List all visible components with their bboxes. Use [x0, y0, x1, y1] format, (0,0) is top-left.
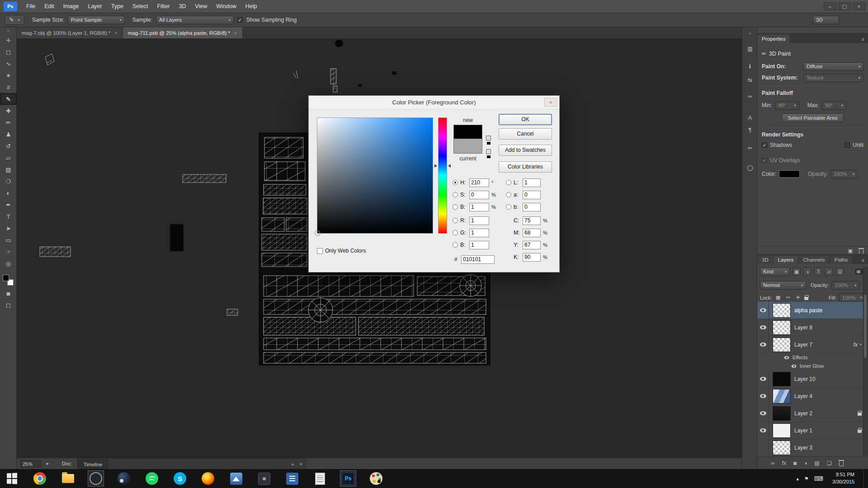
menu-item-type[interactable]: Type: [107, 0, 128, 13]
shape-tool[interactable]: ▭: [0, 234, 17, 246]
character-panel-icon[interactable]: A: [742, 113, 758, 123]
clock[interactable]: 8:51 PM 3/30/2015: [832, 471, 854, 486]
tab-3d[interactable]: 3D: [757, 256, 774, 264]
lock-all-icon[interactable]: [804, 297, 808, 300]
type-filter-icon[interactable]: T: [814, 267, 822, 276]
unlit-checkbox[interactable]: [844, 142, 850, 148]
panel-menu-icon[interactable]: ≡: [858, 258, 868, 264]
menu-item-window[interactable]: Window: [212, 0, 241, 13]
eraser-tool[interactable]: ▱: [0, 152, 17, 164]
clone-source-panel-icon[interactable]: ✂: [742, 143, 758, 154]
timeline-tab[interactable]: Timeline: [78, 460, 108, 469]
status-flyout-icon[interactable]: ▸: [47, 461, 49, 466]
eye-icon[interactable]: [792, 364, 797, 367]
minimize-button[interactable]: –: [824, 2, 836, 10]
show-desktop-button[interactable]: [863, 469, 866, 488]
sample-select[interactable]: All Layers ▾: [156, 16, 234, 24]
layer-thumbnail[interactable]: [773, 406, 791, 421]
layer-effects-badge[interactable]: fx ▾: [854, 342, 862, 348]
layer-name[interactable]: Layer 7: [794, 342, 812, 348]
shadows-checkbox[interactable]: ✓: [762, 142, 767, 148]
saturation-brightness-field[interactable]: [317, 117, 433, 234]
lab-a-radio[interactable]: [506, 192, 511, 197]
visibility-toggle[interactable]: [757, 388, 769, 404]
tab-layers[interactable]: Layers: [774, 256, 799, 264]
uv-overlays-checkbox[interactable]: ✓: [762, 158, 767, 163]
spotify-icon[interactable]: [144, 470, 160, 487]
b2-radio[interactable]: [453, 242, 458, 248]
visibility-toggle[interactable]: [757, 371, 769, 387]
add-layer-style-icon[interactable]: fx: [782, 460, 786, 466]
layer-thumbnail[interactable]: [773, 303, 791, 318]
visibility-toggle[interactable]: [757, 302, 769, 319]
gradient-tool[interactable]: ▨: [0, 164, 17, 175]
menu-item-view[interactable]: View: [190, 0, 212, 13]
menu-item-3d[interactable]: 3D: [174, 0, 190, 13]
layer-row-alpha-paste[interactable]: alpha paste: [757, 302, 868, 319]
hue-marker-left-icon[interactable]: [434, 164, 437, 168]
eye-icon[interactable]: [784, 356, 789, 359]
menu-item-edit[interactable]: Edit: [40, 0, 59, 13]
layer-name[interactable]: Layer 1: [794, 427, 812, 434]
layer-name[interactable]: Layer 3: [794, 445, 812, 451]
show-sampling-ring-checkbox[interactable]: ✓: [237, 17, 243, 23]
app-icon-4[interactable]: [284, 470, 300, 487]
zoom-tool[interactable]: ◎: [0, 258, 17, 269]
pen-tool[interactable]: ✒: [0, 199, 17, 211]
gamut-warning-icon[interactable]: [486, 136, 491, 141]
app-icon-2[interactable]: [228, 470, 244, 487]
layer-thumbnail[interactable]: [773, 372, 791, 386]
lab-b-input[interactable]: [523, 203, 541, 211]
clone-stamp-tool[interactable]: ♟: [0, 128, 17, 140]
new-group-icon[interactable]: ▤: [814, 460, 819, 466]
dodge-tool[interactable]: ◐: [0, 187, 17, 199]
layer-row-layer10[interactable]: Layer 10: [757, 371, 868, 388]
filter-kind-select[interactable]: Kind ▾: [760, 267, 790, 276]
hex-input[interactable]: [461, 255, 495, 264]
color-field-marker[interactable]: [315, 230, 320, 235]
visibility-toggle[interactable]: [757, 439, 769, 456]
lock-transparency-icon[interactable]: ▦: [774, 295, 782, 300]
menu-item-image[interactable]: Image: [59, 0, 84, 13]
screen-mode-button[interactable]: ◻: [0, 299, 17, 311]
healing-brush-tool[interactable]: ✚: [0, 105, 17, 117]
panel-menu-icon[interactable]: ≡: [858, 37, 868, 43]
dialog-close-button[interactable]: ×: [544, 98, 557, 107]
layer-thumbnail[interactable]: [773, 441, 791, 455]
steam-icon[interactable]: [116, 470, 132, 487]
info-panel-icon[interactable]: ℹ: [742, 61, 758, 72]
layer-row-layer2[interactable]: Layer 2: [757, 405, 868, 422]
path-selection-tool[interactable]: ➤: [0, 222, 17, 234]
s-radio[interactable]: [453, 192, 458, 197]
toolbar-collapse-icon[interactable]: »: [0, 27, 16, 34]
r-input[interactable]: [469, 216, 489, 225]
move-tool[interactable]: ✛: [0, 34, 17, 46]
scrollbar-thumb[interactable]: [864, 295, 867, 358]
foreground-color-swatch[interactable]: [3, 275, 9, 281]
b-radio[interactable]: [453, 204, 458, 210]
g-radio[interactable]: [453, 230, 458, 235]
layer-thumbnail[interactable]: [773, 338, 791, 352]
workspace-switcher[interactable]: 3D: [813, 16, 839, 24]
inner-glow-row[interactable]: Inner Glow: [757, 362, 868, 371]
b2-input[interactable]: [469, 241, 489, 249]
smart-object-filter-icon[interactable]: ⊡: [836, 267, 844, 276]
brush-presets-panel-icon[interactable]: ✑: [742, 91, 758, 102]
actions-panel-icon[interactable]: ⇆: [742, 75, 758, 85]
new-layer-icon[interactable]: ❏: [827, 460, 832, 466]
web-safe-icon[interactable]: [486, 149, 491, 154]
quick-mask-button[interactable]: ◙: [0, 287, 17, 299]
new-adjustment-layer-icon[interactable]: ◑: [804, 460, 807, 466]
layer-row-layer3[interactable]: Layer 3: [757, 439, 868, 456]
pixel-filter-icon[interactable]: ▦: [793, 267, 801, 276]
shape-filter-icon[interactable]: ▱: [825, 267, 833, 276]
r-radio[interactable]: [453, 218, 458, 223]
fx-collapse-icon[interactable]: ▾: [860, 343, 862, 347]
g-input[interactable]: [469, 229, 489, 237]
lock-pixels-icon[interactable]: ✏: [784, 295, 792, 300]
zoom-level-field[interactable]: 25%: [20, 460, 41, 468]
b-input[interactable]: [469, 203, 489, 211]
lock-position-icon[interactable]: ✛: [794, 295, 802, 300]
hue-marker-right-icon[interactable]: [448, 164, 451, 168]
visibility-toggle[interactable]: [757, 336, 769, 353]
